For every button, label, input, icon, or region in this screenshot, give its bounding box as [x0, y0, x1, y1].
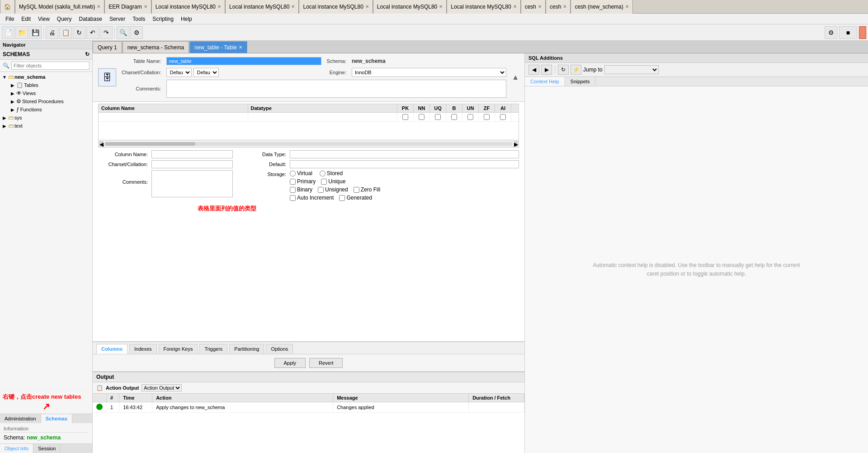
menu-file[interactable]: File	[2, 15, 18, 23]
sql-auto-btn[interactable]: ⚡	[571, 65, 581, 75]
table-name-input[interactable]	[166, 57, 321, 65]
unsigned-check-label[interactable]: Unsigned	[318, 186, 348, 193]
binary-checkbox[interactable]	[290, 187, 296, 193]
nav-bottom-tab-session[interactable]: Session	[33, 444, 61, 453]
expand-icon-sp[interactable]: ▶	[10, 99, 15, 104]
sql-back-btn[interactable]: ◀	[528, 65, 539, 75]
tree-item-tables[interactable]: ▶ 📋 Tables	[0, 81, 92, 89]
close-icon-4[interactable]: ✕	[365, 4, 369, 9]
scroll-thumb[interactable]	[105, 142, 195, 146]
un-checkbox-cell[interactable]	[462, 113, 479, 121]
toolbar-print2-btn[interactable]: 📋	[59, 26, 72, 39]
close-icon-0[interactable]: ✕	[97, 4, 100, 9]
b-checkbox-cell[interactable]	[446, 113, 462, 121]
toolbar-right1-btn[interactable]: ⚙	[825, 26, 837, 39]
expand-icon-functions[interactable]: ▶	[10, 107, 15, 112]
menu-tools[interactable]: Tools	[129, 15, 149, 23]
close-icon-2[interactable]: ✕	[217, 4, 221, 9]
virtual-radio[interactable]	[290, 171, 296, 176]
menu-view[interactable]: View	[34, 15, 53, 23]
toolbar-right3-btn[interactable]	[859, 26, 866, 39]
close-icon-3[interactable]: ✕	[291, 4, 295, 9]
close-icon-9[interactable]: ✕	[625, 4, 629, 9]
editor-tab-indexes[interactable]: Indexes	[129, 344, 157, 354]
collapse-arrow[interactable]: ▲	[512, 73, 519, 81]
nav-tab-schemas[interactable]: Schemas	[41, 414, 72, 423]
ctx-tab-help[interactable]: Context Help	[525, 77, 565, 86]
zf-checkbox-cell[interactable]	[479, 113, 495, 121]
apply-button[interactable]: Apply	[274, 358, 306, 368]
generated-checkbox[interactable]	[339, 195, 345, 201]
tree-item-new-schema[interactable]: ▼ 🗃 new_schema	[0, 73, 92, 81]
title-tab-5[interactable]: Local instance MySQL80 ✕	[373, 0, 447, 14]
menu-scripting[interactable]: Scripting	[149, 15, 177, 23]
title-tab-6[interactable]: Local instance MySQL80 ✕	[447, 0, 520, 14]
uq-checkbox[interactable]	[435, 114, 441, 120]
primary-check-label[interactable]: Primary	[290, 178, 316, 185]
toolbar-open-btn[interactable]: 📁	[15, 26, 28, 39]
title-tab-4[interactable]: Local instance MySQL80 ✕	[299, 0, 373, 14]
expand-icon-sys[interactable]: ▶	[2, 115, 7, 120]
output-type-select[interactable]: Action Output	[142, 384, 182, 391]
unsigned-checkbox[interactable]	[318, 187, 324, 193]
tree-item-text[interactable]: ▶ 🗃 text	[0, 122, 92, 130]
scroll-right-btn[interactable]: ▶	[514, 141, 518, 147]
tree-item-functions[interactable]: ▶ ƒ Functions	[0, 105, 92, 114]
menu-edit[interactable]: Edit	[18, 15, 34, 23]
b-checkbox[interactable]	[451, 114, 457, 120]
editor-tab-foreign-keys[interactable]: Foreign Keys	[159, 344, 198, 354]
scroll-track[interactable]	[105, 142, 512, 146]
pk-checkbox[interactable]	[402, 114, 408, 120]
close-icon-1[interactable]: ✕	[144, 4, 147, 9]
doc-tab-0[interactable]: Query 1	[93, 41, 122, 53]
expand-icon-new-schema[interactable]: ▼	[2, 75, 7, 80]
menu-help[interactable]: Help	[177, 15, 196, 23]
filter-input[interactable]	[11, 62, 90, 70]
toolbar-new-btn[interactable]: 📄	[2, 26, 14, 39]
pk-checkbox-cell[interactable]	[397, 113, 414, 121]
unique-check-label[interactable]: Unique	[321, 178, 345, 185]
menu-server[interactable]: Server	[106, 15, 129, 23]
detail-data-type-input[interactable]	[290, 150, 519, 158]
tree-item-views[interactable]: ▶ 👁 Views	[0, 89, 92, 97]
un-checkbox[interactable]	[467, 114, 473, 120]
toolbar-save-btn[interactable]: 💾	[29, 26, 42, 39]
toolbar-right2-btn[interactable]: ■	[839, 26, 857, 39]
tree-item-stored-procedures[interactable]: ▶ ⚙ Stored Procedures	[0, 97, 92, 105]
sql-forward-btn[interactable]: ▶	[541, 65, 552, 75]
ai-checkbox[interactable]	[500, 114, 506, 120]
toolbar-search-btn[interactable]: 🔍	[117, 26, 129, 39]
expand-icon-tables[interactable]: ▶	[10, 83, 15, 88]
virtual-radio-label[interactable]: Virtual	[290, 170, 312, 176]
primary-checkbox[interactable]	[290, 179, 296, 185]
h-scrollbar[interactable]: ◀ ▶	[98, 140, 519, 148]
charset-select[interactable]: Defau	[166, 68, 192, 77]
scroll-left-btn[interactable]: ◀	[99, 141, 103, 147]
comments-textarea[interactable]	[166, 80, 506, 98]
toolbar-redo-btn[interactable]: ↷	[100, 26, 113, 39]
expand-icon-text[interactable]: ▶	[2, 124, 7, 129]
menu-database[interactable]: Database	[75, 15, 106, 23]
detail-charset-input[interactable]	[151, 160, 233, 168]
engine-select[interactable]: InnoDB	[352, 68, 506, 77]
editor-tab-partitioning[interactable]: Partitioning	[229, 344, 264, 354]
menu-query[interactable]: Query	[53, 15, 75, 23]
title-tab-9[interactable]: cesh (new_schema) ✕	[571, 0, 632, 14]
nav-tab-admin[interactable]: Administration	[0, 414, 41, 423]
editor-tab-options[interactable]: Options	[266, 344, 293, 354]
jump-to-select[interactable]	[604, 65, 659, 74]
editor-tab-columns[interactable]: Columns	[96, 344, 127, 354]
doc-tab-close-2[interactable]: ✕	[239, 45, 242, 50]
revert-button[interactable]: Revert	[309, 358, 343, 368]
generated-check-label[interactable]: Generated	[339, 195, 372, 201]
title-tab-3[interactable]: Local instance MySQL80 ✕	[225, 0, 299, 14]
toolbar-schema-btn[interactable]: ⚙	[130, 26, 143, 39]
doc-tab-1[interactable]: new_schema - Schema	[123, 41, 189, 53]
title-tab-0[interactable]: MySQL Model (sakila_full.mwb) ✕	[15, 0, 104, 14]
nav-bottom-tab-object-info[interactable]: Object Info	[0, 444, 33, 453]
detail-col-name-input[interactable]	[151, 150, 233, 158]
title-tab-2[interactable]: Local instance MySQL80 ✕	[151, 0, 225, 14]
ai-checkbox-cell[interactable]	[495, 113, 511, 121]
detail-comments-textarea[interactable]	[151, 170, 233, 197]
copy-icon[interactable]: 📋	[96, 385, 103, 391]
